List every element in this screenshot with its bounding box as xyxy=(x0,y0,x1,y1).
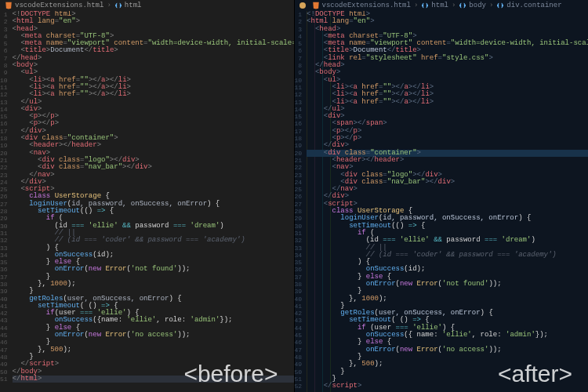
line-number: 28 xyxy=(0,208,8,215)
line-number: 27 xyxy=(295,201,303,208)
line-number: 20 xyxy=(295,150,303,157)
code-line[interactable]: </head> xyxy=(13,55,294,62)
chevron-right-icon: › xyxy=(452,2,456,9)
line-number: 25 xyxy=(0,186,8,193)
code-line[interactable]: <html lang="en"> xyxy=(13,18,294,25)
line-number: 45 xyxy=(0,332,8,339)
code-line[interactable]: <body> xyxy=(13,62,294,69)
breadcrumb-label: vscodeExtensions.html xyxy=(322,2,411,9)
line-number: 51 xyxy=(0,376,8,383)
line-number: 12 xyxy=(0,91,8,98)
line-number: 28 xyxy=(295,208,303,215)
code-line[interactable]: <title>Document</title> xyxy=(13,47,294,54)
line-number: 13 xyxy=(295,99,303,106)
line-number: 23 xyxy=(0,172,8,179)
line-number: 29 xyxy=(0,215,8,222)
code-line[interactable]: </ul> xyxy=(307,106,588,113)
line-number: 31 xyxy=(0,230,8,237)
line-number: 24 xyxy=(295,179,303,186)
line-number: 1 xyxy=(295,11,303,18)
line-number: 10 xyxy=(295,77,303,84)
code-lines[interactable]: <!DOCTYPE html><html lang="en"><head> <m… xyxy=(13,11,294,392)
code-line[interactable]: }, 500); xyxy=(13,347,294,354)
line-number: 7 xyxy=(295,55,303,62)
editor-pane-before[interactable]: vscodeExtensions.html›html 1234567891011… xyxy=(0,0,294,392)
code-line[interactable]: <link rel="stylesheet" href="style.css"> xyxy=(307,55,588,62)
line-number: 44 xyxy=(0,325,8,332)
line-number: 17 xyxy=(295,128,303,135)
code-line[interactable]: <li><a href=""></a></li> xyxy=(13,91,294,98)
line-number: 4 xyxy=(295,33,303,40)
line-number: 20 xyxy=(0,150,8,157)
line-number: 22 xyxy=(0,164,8,171)
line-number: 8 xyxy=(295,62,303,69)
line-number: 14 xyxy=(295,106,303,113)
line-number: 47 xyxy=(0,347,8,354)
line-number: 1 xyxy=(0,11,8,18)
line-number: 4 xyxy=(0,33,8,40)
code-line[interactable]: <header></header> xyxy=(13,142,294,149)
code-line[interactable]: }, 1000); xyxy=(13,281,294,288)
chevron-right-icon: › xyxy=(107,2,111,9)
line-number: 40 xyxy=(0,296,8,303)
line-number: 48 xyxy=(0,354,8,361)
breadcrumb-label: vscodeExtensions.html xyxy=(15,2,103,9)
code-line[interactable]: </body> xyxy=(13,368,294,376)
breadcrumb-item[interactable]: vscodeExtensions.html xyxy=(312,2,411,9)
breadcrumb-item[interactable]: html xyxy=(421,2,448,9)
breadcrumb-item[interactable]: html xyxy=(114,2,142,9)
code-line[interactable]: </html> xyxy=(13,376,294,383)
line-number: 52 xyxy=(295,383,303,390)
line-number: 12 xyxy=(295,91,303,98)
line-number: 33 xyxy=(0,245,8,252)
line-number: 9 xyxy=(0,69,8,76)
code-line[interactable]: </nav> xyxy=(13,172,294,179)
code-area[interactable]: 1234567891011121314151617181920212223242… xyxy=(0,11,294,392)
code-line[interactable]: }, 1000); xyxy=(307,296,588,303)
code-line[interactable]: onError(new Error('no access')); xyxy=(13,332,294,339)
line-number: 2 xyxy=(295,18,303,25)
code-line[interactable]: <html lang="en"> xyxy=(307,18,588,25)
code-line[interactable]: </script> xyxy=(307,383,588,390)
file-html-icon xyxy=(5,2,13,9)
line-number: 49 xyxy=(0,361,8,368)
line-number: 11 xyxy=(0,84,8,91)
line-number: 36 xyxy=(0,266,8,273)
breadcrumb-item[interactable]: div.container xyxy=(496,2,561,9)
editor-split-view: vscodeExtensions.html›html 1234567891011… xyxy=(0,0,588,392)
code-line[interactable]: <p></p> xyxy=(13,120,294,127)
line-number: 32 xyxy=(295,237,303,244)
line-number: 16 xyxy=(295,120,303,127)
line-number: 11 xyxy=(295,84,303,91)
line-number: 26 xyxy=(0,193,8,200)
line-number: 44 xyxy=(295,325,303,332)
line-number: 39 xyxy=(0,288,8,295)
line-number: 48 xyxy=(295,354,303,361)
breadcrumb-item[interactable]: body xyxy=(459,2,486,9)
code-line[interactable]: </ul> xyxy=(13,99,294,106)
line-number: 37 xyxy=(295,274,303,281)
breadcrumb-label: body xyxy=(469,2,486,9)
chevron-right-icon: › xyxy=(489,2,493,9)
code-line[interactable]: <body> xyxy=(307,69,588,76)
line-number: 21 xyxy=(0,157,8,164)
code-line[interactable]: </head> xyxy=(307,62,588,69)
code-lines[interactable]: <!DOCTYPE html><html lang="en"> <head> <… xyxy=(307,11,588,392)
line-number: 24 xyxy=(0,179,8,186)
code-line[interactable]: </script> xyxy=(13,361,294,368)
code-area[interactable]: 1234567891011121314151617181920212223242… xyxy=(295,11,589,392)
breadcrumb[interactable]: vscodeExtensions.html›html›body›div.cont… xyxy=(295,0,589,11)
code-line[interactable]: <li><a href=""></a></li> xyxy=(307,99,588,106)
line-number: 26 xyxy=(295,193,303,200)
code-line[interactable]: onError(new Error('not found')); xyxy=(13,266,294,273)
breadcrumb-item[interactable]: vscodeExtensions.html xyxy=(5,2,103,9)
breadcrumb[interactable]: vscodeExtensions.html›html xyxy=(0,0,294,11)
line-number: 13 xyxy=(0,99,8,106)
code-line[interactable]: } xyxy=(307,368,588,376)
editor-pane-after[interactable]: vscodeExtensions.html›html›body›div.cont… xyxy=(295,0,589,392)
line-number: 35 xyxy=(295,259,303,266)
line-number: 17 xyxy=(0,128,8,135)
line-number: 34 xyxy=(0,252,8,259)
code-line[interactable]: }, 500); xyxy=(307,361,588,368)
line-number: 14 xyxy=(0,106,8,113)
